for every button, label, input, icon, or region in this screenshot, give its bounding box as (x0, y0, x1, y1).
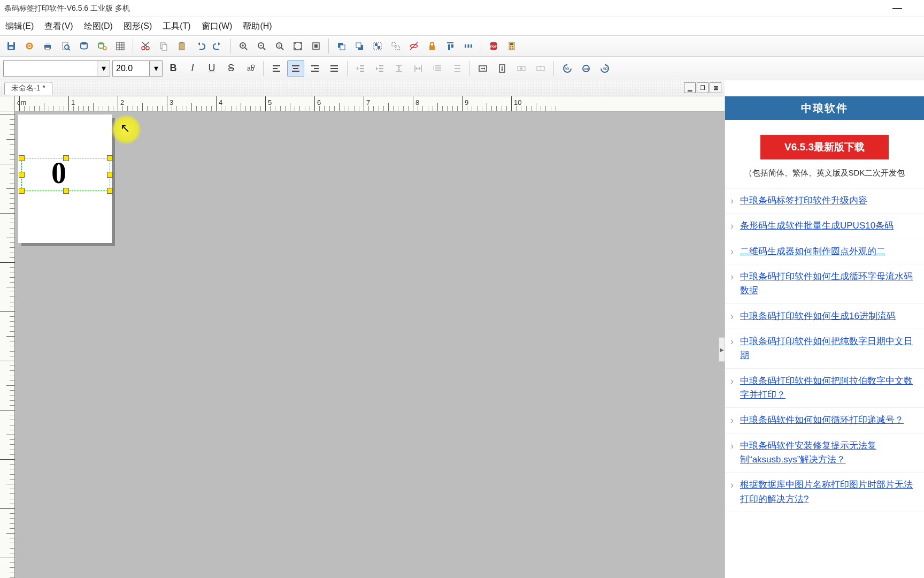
sidebar-link[interactable]: 中琅条码软件如何如何循环打印递减号？ (740, 415, 904, 425)
canvas-workspace[interactable]: cm 12345678910 0 ↖ (0, 96, 725, 578)
sidebar-link[interactable]: 中琅条码打印软件如何把纯数字日期中文日期 (740, 336, 913, 360)
resize-handle-ne[interactable] (107, 155, 113, 161)
rot-90l-button[interactable]: 90 (558, 60, 575, 77)
separator (481, 39, 481, 54)
db-link-button[interactable] (94, 38, 110, 54)
menu-item[interactable]: 查看(V) (41, 19, 76, 34)
menu-item[interactable]: 绘图(D) (81, 19, 116, 34)
resize-handle-n[interactable] (63, 155, 69, 161)
undo-button[interactable] (192, 38, 208, 54)
minimize-button[interactable] (887, 2, 908, 15)
sidebar-link[interactable]: 中琅条码打印软件如何生成16进制流码 (740, 311, 896, 321)
calc-button[interactable] (504, 38, 520, 54)
send-back-button[interactable] (351, 38, 367, 54)
resize-handle-nw[interactable] (19, 155, 25, 161)
font-size-input[interactable] (113, 61, 149, 76)
print-button[interactable] (40, 38, 56, 54)
sidebar-link[interactable]: 中琅条码标签打印软件升级内容 (740, 195, 867, 206)
italic-icon: I (191, 63, 194, 74)
mdi-minimize-button[interactable]: ▁ (684, 82, 696, 93)
bold-button[interactable]: B (165, 60, 182, 77)
separator (328, 39, 329, 54)
distribute-button[interactable] (460, 38, 476, 54)
gear-button[interactable] (21, 38, 37, 54)
resize-handle-e[interactable] (107, 172, 113, 178)
copy-button[interactable] (156, 38, 172, 54)
indent-dec-icon (355, 63, 366, 74)
menu-item[interactable]: 工具(T) (159, 19, 194, 34)
sidebar-link[interactable]: 中琅条码软件安装修复提示无法复制“aksusb.sys”解决方法？ (740, 440, 876, 465)
group-button[interactable] (369, 38, 386, 54)
align-left-button[interactable] (268, 60, 285, 77)
horizontal-ruler: cm 12345678910 (15, 96, 725, 111)
paste-button[interactable] (174, 38, 190, 54)
rot-180-button[interactable]: 180 (578, 60, 595, 77)
align-right-button[interactable] (306, 60, 324, 77)
font-family-input[interactable] (4, 61, 97, 76)
vspace-icon (394, 63, 404, 74)
sidebar-collapse-button[interactable]: ▶ (719, 337, 725, 362)
ruler-corner (0, 96, 15, 111)
menu-item[interactable]: 图形(S) (120, 19, 155, 34)
cursor-highlight: ↖ (111, 115, 141, 144)
cursor-arrow-icon: ↖ (120, 121, 130, 135)
menu-item[interactable]: 窗口(W) (198, 19, 236, 34)
print-icon (42, 41, 53, 51)
resize-handle-w[interactable] (19, 172, 25, 178)
save-button[interactable] (3, 38, 19, 54)
chevron-down-icon[interactable]: ▾ (149, 61, 162, 76)
sidebar-link-item: 中琅条码打印软件如何生成循环字母流水码数据 (725, 264, 924, 304)
wrap-v-button[interactable] (494, 60, 511, 77)
sidebar-link[interactable]: 条形码生成软件批量生成UPUS10条码 (740, 220, 894, 231)
align-center-button[interactable] (287, 60, 304, 77)
svg-text:90: 90 (565, 67, 569, 71)
zoom-in-button[interactable] (235, 38, 251, 54)
selected-text-object[interactable]: 0 (21, 158, 110, 191)
font-size-combo[interactable]: ▾ (112, 60, 163, 77)
wrap-v-icon (497, 63, 507, 74)
align-button[interactable] (442, 38, 458, 54)
menu-item[interactable]: 帮助(H) (240, 19, 275, 34)
document-tab[interactable]: 未命名-1 * (4, 82, 52, 95)
separator (347, 61, 348, 76)
italic-button[interactable]: I (184, 60, 201, 77)
zoom-fit-button[interactable]: 1 (272, 38, 288, 54)
underline-button[interactable]: U (203, 60, 220, 77)
sidebar-link[interactable]: 二维码生成器如何制作圆点外观的二 (740, 246, 886, 256)
pdf-button[interactable]: PDF (486, 38, 502, 54)
grid-button[interactable] (112, 38, 128, 54)
preview-button[interactable] (58, 38, 74, 54)
menu-item[interactable]: 编辑(E) (2, 19, 37, 34)
char-map-icon: ab (245, 63, 256, 74)
mdi-close-button[interactable]: ⊠ (710, 82, 721, 93)
align-justify-icon (329, 63, 340, 74)
resize-handle-sw[interactable] (19, 188, 25, 194)
sidebar-link[interactable]: 根据数据库中图片名称打印图片时部片无法打印的解决方法? (740, 480, 913, 504)
cut-button[interactable] (137, 38, 153, 54)
zoom-out-button[interactable] (253, 38, 270, 54)
fit-page-button[interactable] (290, 38, 306, 54)
chevron-down-icon[interactable]: ▾ (97, 61, 110, 76)
resize-handle-se[interactable] (107, 188, 113, 194)
sidebar-link[interactable]: 中琅条码打印软件如何把阿拉伯数字中文数字并打印？ (740, 376, 913, 400)
db-button[interactable] (76, 38, 92, 54)
mdi-restore-button[interactable]: ❐ (697, 82, 709, 93)
invisible-button[interactable] (406, 38, 422, 54)
redo-button[interactable] (210, 38, 226, 54)
align-center-icon (290, 63, 301, 74)
rot-90r-button[interactable]: 90 (597, 60, 614, 77)
align-icon (445, 41, 456, 51)
font-family-combo[interactable]: ▾ (3, 60, 110, 77)
align-justify-button[interactable] (326, 60, 343, 77)
resize-handle-s[interactable] (63, 188, 69, 194)
ungroup-button[interactable] (388, 38, 404, 54)
char-map-button[interactable]: ab (242, 60, 259, 77)
wrap-h-button[interactable] (474, 60, 491, 77)
sidebar-link[interactable]: 中琅条码打印软件如何生成循环字母流水码数据 (740, 271, 913, 295)
fit-width-button[interactable] (308, 38, 324, 54)
svg-rect-0 (892, 8, 902, 9)
strike-button[interactable]: S (222, 60, 240, 77)
download-button[interactable]: V6.5.3最新版下载 (760, 135, 889, 159)
lock-button[interactable] (424, 38, 440, 54)
bring-front-button[interactable] (333, 38, 349, 54)
